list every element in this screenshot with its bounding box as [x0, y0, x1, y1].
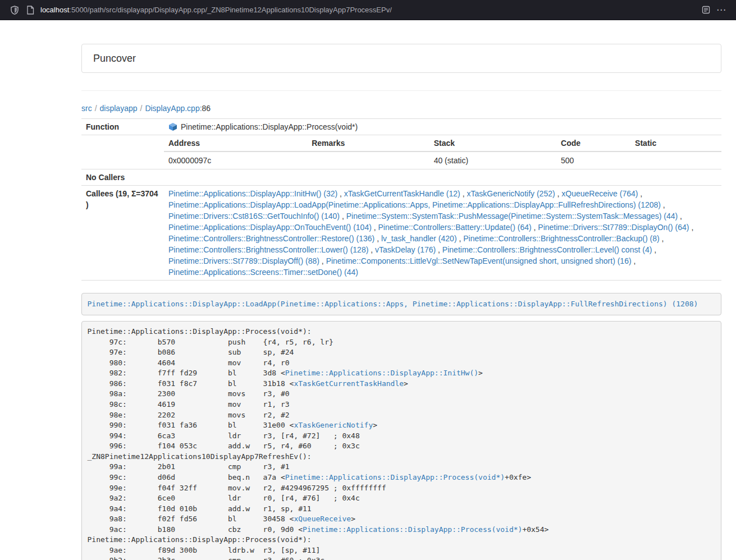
- breadcrumb-separator: /: [95, 104, 97, 113]
- callee-link[interactable]: Pinetime::Controllers::BrightnessControl…: [463, 234, 659, 243]
- static-value: [630, 152, 721, 169]
- stack-value: 40 (static): [429, 152, 556, 169]
- address-table-cell: Address Remarks Stack Code Static 0x0000…: [164, 135, 721, 169]
- callee-link[interactable]: lv_task_handler (420): [381, 234, 457, 243]
- code-symbol-link[interactable]: Pinetime::Applications::DisplayApp::Proc…: [285, 473, 505, 481]
- remarks-value: [307, 152, 429, 169]
- callee-link[interactable]: Pinetime::Applications::DisplayApp::Init…: [168, 189, 337, 198]
- callees-list: Pinetime::Applications::DisplayApp::Init…: [164, 186, 721, 281]
- column-remarks: Remarks: [307, 135, 429, 152]
- url-bar[interactable]: localhost:5000/path/src/displayapp/Displ…: [40, 6, 392, 14]
- menu-icon[interactable]: ⋯: [714, 2, 729, 18]
- url-host: localhost: [40, 6, 69, 14]
- disassembly-code: Pinetime::Applications::DisplayApp::Proc…: [81, 321, 721, 560]
- breadcrumb-line-number: 86: [202, 104, 211, 113]
- address-table-data-row: 0x0000097c 40 (static) 500: [164, 152, 721, 169]
- no-callers-row: No Callers: [81, 169, 721, 186]
- code-symbol-link[interactable]: Pinetime::Applications::DisplayApp::Init…: [285, 369, 478, 377]
- page-icon[interactable]: [22, 2, 38, 18]
- callees-label: Callees (19, Σ=3704 ): [81, 186, 164, 281]
- divider: [81, 90, 721, 91]
- breadcrumb-displayapp[interactable]: displayapp: [100, 104, 138, 113]
- address-table-header: Address Remarks Stack Code Static: [164, 135, 721, 152]
- callees-row: Callees (19, Σ=3704 ) Pinetime::Applicat…: [81, 186, 721, 281]
- function-table: Function Pinetime::Applications::Display…: [81, 118, 721, 281]
- breadcrumb-separator: /: [140, 104, 143, 113]
- callee-link[interactable]: xTaskGenericNotify (252): [467, 189, 555, 198]
- callee-link[interactable]: Pinetime::Applications::DisplayApp::Load…: [168, 200, 661, 209]
- code-symbol-link[interactable]: xTaskGenericNotify: [294, 421, 373, 429]
- shield-icon[interactable]: [7, 2, 22, 18]
- callee-link[interactable]: Pinetime::Drivers::Cst816S::GetTouchInfo…: [168, 212, 340, 221]
- callee-link[interactable]: Pinetime::Components::LittleVgl::SetNewT…: [326, 256, 632, 265]
- app-header-panel: Puncover: [81, 44, 721, 73]
- empty-label-cell: [81, 135, 164, 169]
- code-symbol-link[interactable]: xTaskGetCurrentTaskHandle: [294, 379, 404, 388]
- highlighted-line-link[interactable]: Pinetime::Applications::DisplayApp::Load…: [88, 300, 698, 308]
- function-name: Pinetime::Applications::DisplayApp::Proc…: [181, 122, 358, 131]
- no-callers-label: No Callers: [81, 169, 164, 186]
- address-value: 0x0000097c: [164, 152, 307, 169]
- column-static: Static: [630, 135, 721, 152]
- address-table: Address Remarks Stack Code Static 0x0000…: [164, 135, 721, 169]
- callee-link[interactable]: Pinetime::Controllers::BrightnessControl…: [168, 245, 368, 254]
- callee-link[interactable]: xTaskGetCurrentTaskHandle (12): [344, 189, 460, 198]
- callee-link[interactable]: Pinetime::Controllers::BrightnessControl…: [442, 245, 652, 254]
- column-code: Code: [556, 135, 630, 152]
- function-icon: [168, 122, 177, 131]
- function-row: Function Pinetime::Applications::Display…: [81, 119, 721, 135]
- callee-link[interactable]: vTaskDelay (176): [375, 245, 436, 254]
- function-name-cell: Pinetime::Applications::DisplayApp::Proc…: [164, 119, 721, 135]
- callee-link[interactable]: Pinetime::Controllers::BrightnessControl…: [168, 234, 374, 243]
- callee-link[interactable]: Pinetime::Applications::Screens::Timer::…: [168, 268, 358, 277]
- code-size-value: 500: [556, 152, 630, 169]
- callee-link[interactable]: Pinetime::System::SystemTask::PushMessag…: [346, 212, 678, 221]
- column-address: Address: [164, 135, 307, 152]
- breadcrumb-src[interactable]: src: [81, 104, 92, 113]
- code-symbol-link[interactable]: xQueueReceive: [294, 515, 351, 523]
- reader-mode-icon[interactable]: [698, 2, 714, 18]
- callee-link[interactable]: Pinetime::Drivers::St7789::DisplayOff() …: [168, 256, 319, 265]
- no-callers-cell: [164, 169, 721, 186]
- callee-link[interactable]: Pinetime::Applications::DisplayApp::OnTo…: [168, 223, 372, 232]
- browser-chrome: localhost:5000/path/src/displayapp/Displ…: [0, 0, 736, 20]
- callee-link[interactable]: Pinetime::Drivers::St7789::DisplayOn() (…: [538, 223, 689, 232]
- callee-link[interactable]: xQueueReceive (764): [561, 189, 638, 198]
- callee-link[interactable]: Pinetime::Controllers::Battery::Update()…: [378, 223, 532, 232]
- breadcrumb: src/displayapp/DisplayApp.cpp:86: [81, 103, 721, 114]
- address-table-row: Address Remarks Stack Code Static 0x0000…: [81, 135, 721, 169]
- code-symbol-link[interactable]: Pinetime::Applications::DisplayApp::Proc…: [303, 525, 522, 534]
- function-label: Function: [81, 119, 164, 135]
- page-container: Puncover src/displayapp/DisplayApp.cpp:8…: [81, 44, 721, 560]
- column-stack: Stack: [429, 135, 556, 152]
- breadcrumb-file[interactable]: DisplayApp.cpp:: [145, 104, 202, 113]
- highlighted-line: Pinetime::Applications::DisplayApp::Load…: [81, 293, 721, 315]
- url-path: :5000/path/src/displayapp/DisplayApp.cpp…: [69, 6, 392, 14]
- page-title: Puncover: [93, 53, 710, 64]
